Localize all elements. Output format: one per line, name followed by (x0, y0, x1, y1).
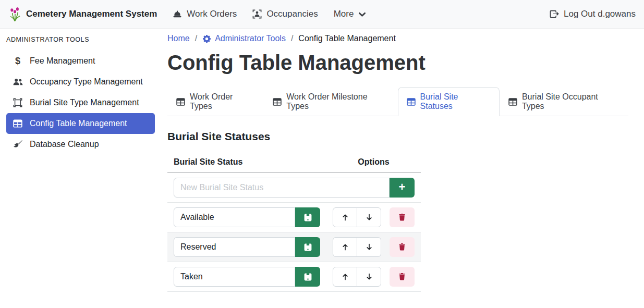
person-bounding-box-icon (252, 9, 262, 19)
plus-icon: + (399, 181, 406, 193)
section-heading: Burial Site Statuses (167, 130, 628, 143)
reorder-button-group (333, 207, 381, 227)
nav-item-label: More (334, 9, 354, 19)
nav-item-occupancies[interactable]: Occupancies (252, 9, 318, 19)
trash-icon (398, 213, 406, 221)
table-icon (508, 97, 517, 106)
breadcrumb-admin-tools-link[interactable]: Administrator Tools (202, 34, 286, 43)
breadcrumb-home-link[interactable]: Home (167, 34, 190, 43)
table-icon (273, 97, 282, 106)
nav-item-work-orders[interactable]: Work Orders (173, 9, 237, 19)
sidebar-item-database-cleanup[interactable]: Database Cleanup (6, 134, 155, 155)
save-button[interactable] (295, 237, 320, 257)
arrow-up-icon (341, 243, 349, 251)
tab-burial-site-statuses[interactable]: Burial Site Statuses (398, 87, 500, 116)
new-status-row: + (167, 173, 421, 203)
status-name-input[interactable] (174, 237, 295, 257)
sidebar-item-fee-management[interactable]: $ Fee Management (6, 51, 155, 71)
sidebar-item-occupancy-type-management[interactable]: Occupancy Type Management (6, 71, 155, 92)
move-up-button[interactable] (333, 267, 357, 287)
tab-label: Burial Site Occupant Types (522, 92, 619, 111)
arrow-down-icon (365, 213, 373, 221)
nav-item-label: Occupancies (266, 9, 318, 19)
trash-icon (398, 243, 406, 251)
tab-work-order-milestone-types[interactable]: Work Order Milestone Types (264, 87, 397, 116)
arrow-down-icon (365, 243, 373, 251)
breadcrumb-label: Home (167, 34, 190, 43)
admin-tools-sidebar: ADMINISTRATOR TOOLS $ Fee Management Occ… (0, 29, 161, 155)
tulips-logo-icon (8, 6, 21, 22)
hard-hat-icon (173, 9, 182, 19)
breadcrumb-current: Config Table Management (298, 34, 396, 43)
move-down-button[interactable] (357, 207, 381, 227)
new-status-input[interactable] (174, 178, 390, 198)
move-up-button[interactable] (333, 207, 357, 227)
save-icon (303, 243, 312, 252)
sidebar-heading: ADMINISTRATOR TOOLS (6, 34, 155, 51)
status-name-input[interactable] (174, 267, 295, 287)
column-header-options: Options (326, 153, 421, 173)
bounding-box-icon (13, 98, 23, 107)
logout-button[interactable]: Log Out d.gowans (550, 9, 636, 19)
brand-label: Cemetery Management System (26, 9, 157, 19)
save-button[interactable] (295, 267, 320, 287)
arrow-down-icon (365, 273, 373, 281)
breadcrumb-separator: / (195, 34, 197, 43)
move-down-button[interactable] (357, 267, 381, 287)
status-name-input[interactable] (174, 207, 295, 227)
move-up-button[interactable] (333, 237, 357, 257)
nav-item-label: Work Orders (187, 9, 237, 19)
arrow-up-icon (341, 213, 349, 221)
column-header-status: Burial Site Status (167, 153, 326, 173)
save-button[interactable] (295, 207, 320, 227)
tab-label: Work Order Milestone Types (286, 92, 388, 111)
table-row (167, 262, 421, 292)
breadcrumb-separator: / (291, 34, 293, 43)
top-navbar: Cemetery Management System Work Orders O… (0, 0, 644, 29)
delete-button[interactable] (390, 237, 415, 257)
sidebar-item-label: Burial Site Type Management (30, 98, 139, 107)
add-status-button[interactable]: + (390, 178, 415, 198)
tab-label: Burial Site Statuses (420, 92, 491, 111)
burial-site-status-table: Burial Site Status Options + (167, 153, 421, 292)
table-icon (176, 97, 185, 106)
save-icon (303, 213, 312, 222)
sidebar-item-label: Config Table Management (30, 119, 127, 128)
chevron-down-icon (358, 10, 366, 18)
delete-button[interactable] (390, 207, 415, 227)
tab-work-order-types[interactable]: Work Order Types (167, 87, 264, 116)
app-brand[interactable]: Cemetery Management System (8, 6, 157, 22)
reorder-button-group (333, 267, 381, 287)
table-row (167, 203, 421, 232)
sidebar-item-label: Fee Management (30, 56, 95, 66)
trash-icon (398, 273, 406, 281)
breadcrumb: Home / Administrator Tools / Config Tabl… (167, 29, 628, 43)
sidebar-item-label: Occupancy Type Management (30, 77, 143, 87)
table-row (167, 232, 421, 262)
main-content: Home / Administrator Tools / Config Tabl… (167, 29, 628, 292)
sidebar-item-label: Database Cleanup (30, 140, 99, 149)
move-down-button[interactable] (357, 237, 381, 257)
delete-button[interactable] (390, 267, 415, 287)
arrow-up-icon (341, 273, 349, 281)
config-tabs: Work Order Types Work Order Milestone Ty… (167, 87, 628, 116)
table-icon (407, 97, 416, 106)
people-icon (13, 77, 23, 87)
table-icon (13, 119, 23, 128)
reorder-button-group (333, 237, 381, 257)
sidebar-item-config-table-management[interactable]: Config Table Management (6, 113, 155, 134)
page-title: Config Table Management (167, 51, 628, 75)
sidebar-item-burial-site-type-management[interactable]: Burial Site Type Management (6, 92, 155, 113)
breadcrumb-label: Administrator Tools (215, 34, 286, 43)
logout-label: Log Out d.gowans (564, 9, 636, 19)
box-arrow-right-icon (550, 9, 559, 19)
nav-item-more[interactable]: More (334, 9, 367, 19)
broom-icon (13, 140, 23, 149)
save-icon (303, 273, 312, 281)
dollar-icon: $ (13, 56, 23, 66)
tab-label: Work Order Types (190, 92, 255, 111)
gear-icon (202, 34, 211, 43)
tab-burial-site-occupant-types[interactable]: Burial Site Occupant Types (500, 87, 628, 116)
